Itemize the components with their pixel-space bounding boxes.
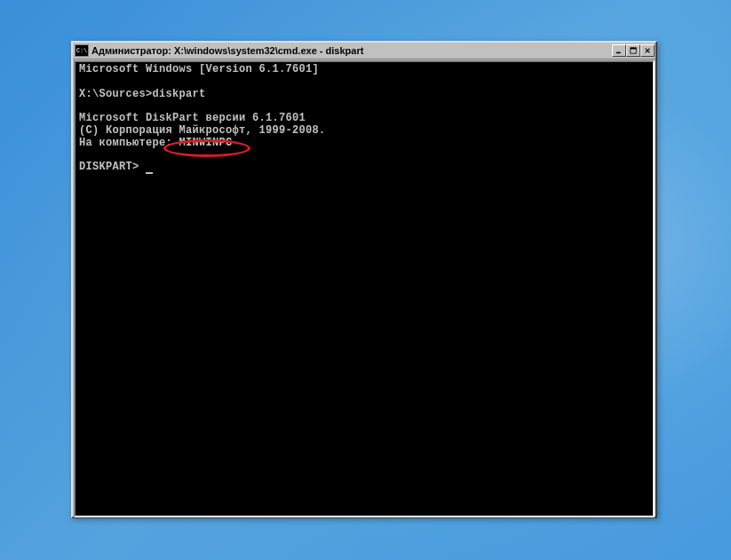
minimize-button[interactable]: [612, 44, 626, 57]
cursor: [146, 172, 153, 174]
command-input: diskpart: [153, 88, 206, 100]
version-line: Microsoft Windows [Version 6.1.7601]: [79, 63, 319, 75]
prompt-path: X:\Sources>: [79, 88, 153, 100]
close-button[interactable]: [640, 44, 655, 57]
cmd-window: C:\ Администратор: X:\windows\system32\c…: [71, 41, 657, 518]
svg-rect-2: [631, 48, 636, 50]
svg-rect-0: [616, 52, 621, 54]
terminal-output[interactable]: Microsoft Windows [Version 6.1.7601] X:\…: [74, 60, 655, 517]
window-icon: C:\: [75, 44, 89, 57]
diskpart-version: Microsoft DiskPart версии 6.1.7601: [79, 112, 306, 124]
maximize-button[interactable]: [626, 44, 640, 57]
window-controls: [612, 44, 655, 57]
computer-line: На компьютере: MINWINPC: [79, 137, 233, 149]
window-title: Администратор: X:\windows\system32\cmd.e…: [91, 45, 612, 56]
diskpart-prompt: DISKPART>: [79, 161, 146, 173]
copyright-line: (C) Корпорация Майкрософт, 1999-2008.: [79, 124, 326, 137]
titlebar[interactable]: C:\ Администратор: X:\windows\system32\c…: [73, 43, 656, 59]
